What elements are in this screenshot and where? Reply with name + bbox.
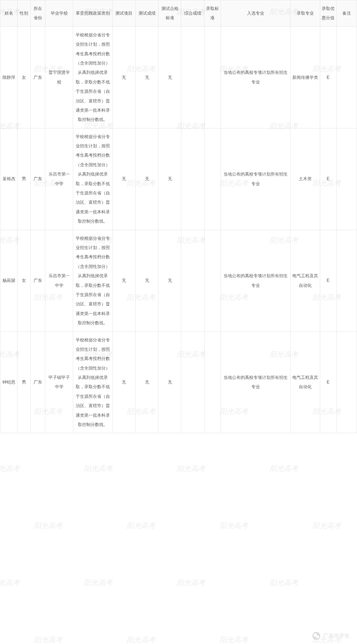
cell-province: 广东 [30,230,45,331]
col-testscore: 测试成绩 [135,0,158,27]
watermark-text: 阳光高考 [177,464,205,473]
cell-pass_std: 无 [159,230,181,331]
footer-source-text: 广东中学生 [323,633,350,639]
cell-admitted_major: 土木类 [290,128,320,230]
watermark-text: 阳光高考 [177,578,205,588]
cell-comp_score [181,331,204,433]
admissions-table: 姓名 性别 所在省份 毕业学校 享受照顾政策类别 测试项目 测试成绩 测试合格标… [0,0,357,433]
cell-name: 裴裕杰 [0,128,17,230]
cell-school: 甲子镇甲子中学 [45,331,73,433]
cell-gender: 男 [17,331,31,433]
cell-comp_score [181,230,204,331]
cell-bonus: E [320,331,336,433]
watermark-text: 阳光高考 [270,578,298,588]
watermark-text: 阳光高考 [34,635,62,644]
cell-adm_std [204,230,221,331]
wechat-icon [312,632,320,640]
cell-province: 广东 [30,331,45,433]
cell-test_score: 无 [135,26,158,128]
cell-comp_score [181,26,204,128]
cell-admitted_major: 电气工程及其自动化 [290,331,320,433]
cell-comp_score [181,128,204,230]
cell-test_item: 无 [112,26,135,128]
table-row: 杨苑骏女广东乐昌市第一中学学校根据分省分专业招生计划，按照考生高考投档分数（含全… [0,230,357,331]
cell-province: 广东 [30,26,45,128]
watermark-text: 阳光高考 [84,578,112,588]
cell-adm_std [204,26,221,128]
cell-remark [336,331,357,433]
col-admstd: 录取标准 [204,0,221,27]
watermark-text: 阳光高考 [34,521,62,531]
col-major: 录取专业 [290,0,320,27]
cell-policy: 学校根据分省分专业招生计划，按照考生高考投档分数（含全国性加分）从高到低择优录取… [73,230,112,331]
cell-remark [336,230,357,331]
watermark-text: 阳光高考 [0,578,20,588]
cell-test_item: 无 [112,128,135,230]
cell-policy: 学校根据分省分专业招生计划，按照考生高考投档分数（含全国性加分）从高到低择优录取… [73,331,112,433]
cell-test_score: 无 [135,331,158,433]
watermark-text: 阳光高考 [220,635,248,644]
col-policy: 享受照顾政策类别 [73,0,112,27]
cell-bonus: E [320,128,336,230]
cell-gender: 女 [17,230,31,331]
col-gender: 性别 [17,0,31,27]
watermark-text: 阳光高考 [270,464,298,473]
col-testitem: 测试项目 [112,0,135,27]
cell-province: 广东 [30,128,45,230]
table-header: 姓名 性别 所在省份 毕业学校 享受照顾政策类别 测试项目 测试成绩 测试合格标… [0,0,357,27]
cell-pass_std: 无 [159,26,181,128]
footer-source: 广东中学生 [312,632,350,640]
cell-name: 陈静萍 [0,26,17,128]
cell-test_item: 无 [112,331,135,433]
col-passstd: 测试合格标准 [159,0,181,27]
cell-test_item: 无 [112,230,135,331]
col-remark: 备注 [336,0,357,27]
cell-bonus: E [320,230,336,331]
cell-gender: 女 [17,26,31,128]
watermark-text: 阳光高考 [0,464,20,473]
col-sel: 入选专业 [221,0,290,27]
cell-policy: 学校根据分省分专业招生计划，按照考生高考投档分数（含全国性加分）从高到低择优录取… [73,26,112,128]
table-row: 陈静萍女广东普宁国贤学校学校根据分省分专业招生计划，按照考生高考投档分数（含全国… [0,26,357,128]
col-name: 姓名 [0,0,17,27]
cell-remark [336,26,357,128]
watermark-text: 阳光高考 [220,521,248,531]
table-row: 裴裕杰男广东乐昌市第一中学学校根据分省分专业招生计划，按照考生高考投档分数（含全… [0,128,357,230]
cell-school: 乐昌市第一中学 [45,230,73,331]
cell-selected_major: 当地公布的高校专项计划所有招生专业 [221,26,290,128]
cell-pass_std: 无 [159,128,181,230]
cell-selected_major: 当地公布的高校专项计划所有招生专业 [221,331,290,433]
cell-pass_std: 无 [159,331,181,433]
cell-test_score: 无 [135,230,158,331]
cell-name: 杨苑骏 [0,230,17,331]
cell-admitted_major: 新闻传播学类 [290,26,320,128]
watermark-text: 阳光高考 [127,521,155,531]
cell-admitted_major: 电气工程及其自动化 [290,230,320,331]
cell-school: 普宁国贤学校 [45,26,73,128]
cell-selected_major: 当地公布的高校专项计划所有招生专业 [221,230,290,331]
cell-selected_major: 当地公布的高校专项计划所有招生专业 [221,128,290,230]
cell-school: 乐昌市第一中学 [45,128,73,230]
cell-adm_std [204,128,221,230]
col-prov: 所在省份 [30,0,45,27]
cell-gender: 男 [17,128,31,230]
col-bonus: 录取优惠分值 [320,0,336,27]
table-body: 陈静萍女广东普宁国贤学校学校根据分省分专业招生计划，按照考生高考投档分数（含全国… [0,26,357,433]
cell-bonus: E [320,26,336,128]
table-row: 钟铠恩男广东甲子镇甲子中学学校根据分省分专业招生计划，按照考生高考投档分数（含全… [0,331,357,433]
cell-name: 钟铠恩 [0,331,17,433]
watermark-text: 阳光高考 [127,635,155,644]
col-school: 毕业学校 [45,0,73,27]
watermark-text: 阳光高考 [312,521,341,531]
cell-adm_std [204,331,221,433]
cell-remark [336,128,357,230]
watermark-text: 阳光高考 [84,464,112,473]
cell-policy: 学校根据分省分专业招生计划，按照考生高考投档分数（含全国性加分）从高到低择优录取… [73,128,112,230]
cell-test_score: 无 [135,128,158,230]
col-comp: 综合成绩 [181,0,204,27]
